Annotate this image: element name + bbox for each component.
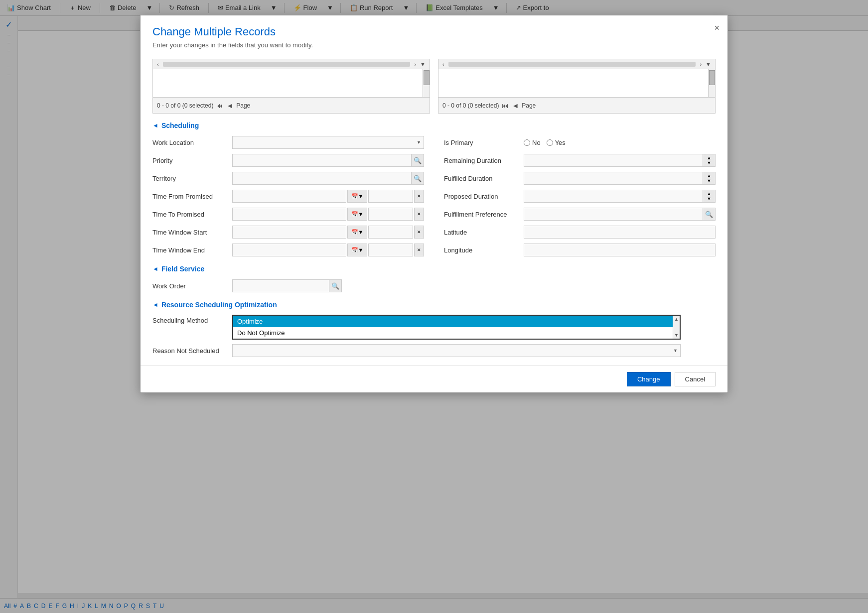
fulfillment-preference-input[interactable] bbox=[524, 208, 703, 221]
territory-input[interactable] bbox=[232, 172, 411, 185]
dropdown-scroll-down[interactable]: ▼ bbox=[674, 333, 679, 338]
scheduling-method-option-do-not-optimize[interactable]: Do Not Optimize bbox=[233, 327, 680, 339]
right-scroll-track[interactable] bbox=[448, 62, 696, 67]
reason-not-scheduled-select[interactable] bbox=[232, 344, 681, 357]
left-prev-page-btn[interactable]: ◄ bbox=[226, 102, 233, 110]
right-scroll-right[interactable]: › bbox=[698, 61, 704, 68]
modal-footer: Change Cancel bbox=[141, 366, 727, 392]
modal-close-button[interactable]: × bbox=[714, 23, 720, 32]
change-button[interactable]: Change bbox=[627, 372, 671, 386]
time-to-promised-label: Time To Promised bbox=[152, 211, 232, 218]
scheduling-method-dropdown-container: Optimize Do Not Optimize ▲ ▼ bbox=[232, 315, 716, 340]
time-window-start-calendar-btn[interactable]: 📅▼ bbox=[347, 226, 367, 239]
priority-label: Priority bbox=[152, 157, 232, 164]
time-from-promised-time-input[interactable] bbox=[368, 190, 413, 203]
priority-lookup-btn[interactable]: 🔍 bbox=[411, 154, 424, 167]
right-scroll-left[interactable]: ‹ bbox=[440, 61, 446, 68]
right-prev-page-btn[interactable]: ◄ bbox=[512, 102, 519, 110]
priority-input[interactable] bbox=[232, 154, 411, 167]
time-to-promised-control: 📅▼ ✕ bbox=[232, 208, 424, 221]
is-primary-no[interactable]: No bbox=[524, 139, 541, 146]
left-scroll-down[interactable]: ▼ bbox=[418, 61, 428, 68]
left-scrollbar-thumb[interactable] bbox=[424, 70, 430, 85]
resource-scheduling-collapse-arrow[interactable]: ◄ bbox=[152, 301, 158, 308]
work-order-input[interactable] bbox=[232, 279, 329, 292]
scheduling-method-option-optimize[interactable]: Optimize bbox=[233, 316, 680, 327]
is-primary-radio-group: No Yes bbox=[524, 139, 566, 146]
left-table-footer: 0 - 0 of 0 (0 selected) ⏮ ◄ Page bbox=[153, 97, 430, 113]
proposed-duration-input[interactable] bbox=[524, 190, 703, 203]
priority-control: 🔍 bbox=[232, 154, 424, 167]
latitude-input[interactable] bbox=[524, 226, 716, 239]
work-location-control bbox=[232, 136, 424, 149]
field-service-section-label: Field Service bbox=[161, 265, 204, 273]
proposed-duration-spinner[interactable]: ▲▼ bbox=[703, 190, 716, 203]
work-order-lookup-btn[interactable]: 🔍 bbox=[329, 279, 342, 292]
left-table-scroll: ‹ › ▼ bbox=[153, 59, 430, 69]
time-to-promised-time-input[interactable] bbox=[368, 208, 413, 221]
remaining-duration-input[interactable] bbox=[524, 154, 703, 167]
fulfilled-duration-spinner[interactable]: ▲▼ bbox=[703, 172, 716, 185]
is-primary-yes[interactable]: Yes bbox=[547, 139, 566, 146]
left-scroll-track[interactable] bbox=[163, 62, 411, 67]
remaining-duration-spinner[interactable]: ▲▼ bbox=[703, 154, 716, 167]
time-window-end-time-input[interactable] bbox=[368, 244, 413, 256]
time-window-end-row: Time Window End 📅▼ ✕ bbox=[152, 243, 424, 257]
time-window-start-date-input[interactable] bbox=[232, 226, 346, 239]
fulfillment-preference-control: 🔍 bbox=[524, 208, 716, 221]
remaining-duration-row: Remaining Duration ▲▼ bbox=[444, 153, 716, 167]
time-window-start-control: 📅▼ ✕ bbox=[232, 226, 424, 239]
dual-table-panes: ‹ › ▼ 0 - 0 of 0 (0 selected) ⏮ ◄ Page bbox=[152, 59, 716, 114]
left-scroll-right[interactable]: › bbox=[412, 61, 418, 68]
right-scroll-down[interactable]: ▼ bbox=[704, 61, 713, 68]
right-scrollbar-thumb[interactable] bbox=[709, 70, 715, 85]
time-to-promised-time-down[interactable]: ✕ bbox=[414, 208, 424, 221]
scheduling-method-row: Scheduling Method Optimize Do Not Optimi… bbox=[152, 315, 716, 340]
time-window-end-date-input[interactable] bbox=[232, 244, 346, 256]
time-from-promised-time-down[interactable]: ✕ bbox=[414, 190, 424, 203]
time-from-promised-control: 📅▼ ✕ bbox=[232, 190, 424, 203]
dropdown-scroll-up[interactable]: ▲ bbox=[674, 317, 679, 322]
left-table-scrollbar bbox=[423, 69, 430, 97]
longitude-input[interactable] bbox=[524, 244, 716, 256]
cancel-button[interactable]: Cancel bbox=[675, 372, 716, 386]
time-window-end-calendar-btn[interactable]: 📅▼ bbox=[347, 244, 367, 256]
work-location-row: Work Location bbox=[152, 135, 424, 149]
time-window-start-time-down[interactable]: ✕ bbox=[414, 226, 424, 239]
left-scroll-left[interactable]: ‹ bbox=[155, 61, 161, 68]
left-page-label: Page bbox=[236, 102, 250, 109]
time-from-promised-calendar-btn[interactable]: 📅▼ bbox=[347, 190, 367, 203]
time-to-promised-date-input[interactable] bbox=[232, 208, 346, 221]
is-primary-no-radio[interactable] bbox=[524, 139, 530, 146]
remaining-duration-control: ▲▼ bbox=[524, 154, 716, 167]
change-multiple-records-modal: Change Multiple Records Enter your chang… bbox=[140, 15, 728, 393]
territory-lookup-btn[interactable]: 🔍 bbox=[411, 172, 424, 185]
fulfilled-duration-control: ▲▼ bbox=[524, 172, 716, 185]
fulfilled-duration-label: Fulfilled Duration bbox=[444, 175, 524, 182]
time-window-end-control: 📅▼ ✕ bbox=[232, 244, 424, 256]
work-location-select[interactable] bbox=[232, 136, 424, 149]
scheduling-collapse-arrow[interactable]: ◄ bbox=[152, 122, 158, 129]
time-window-end-time-down[interactable]: ✕ bbox=[414, 244, 424, 256]
fulfillment-preference-row: Fulfillment Preference 🔍 bbox=[444, 207, 716, 221]
modal-subtitle: Enter your changes in the fields that yo… bbox=[152, 41, 716, 49]
reason-not-scheduled-select-wrap bbox=[232, 344, 681, 357]
left-first-page-btn[interactable]: ⏮ bbox=[216, 102, 223, 110]
remaining-duration-label: Remaining Duration bbox=[444, 157, 524, 164]
modal-content[interactable]: ‹ › ▼ 0 - 0 of 0 (0 selected) ⏮ ◄ Page bbox=[141, 55, 727, 366]
time-from-promised-row: Time From Promised 📅▼ ✕ bbox=[152, 189, 424, 203]
reason-not-scheduled-label: Reason Not Scheduled bbox=[152, 347, 232, 355]
fulfilled-duration-input[interactable] bbox=[524, 172, 703, 185]
is-primary-yes-radio[interactable] bbox=[547, 139, 553, 146]
time-window-start-time-input[interactable] bbox=[368, 226, 413, 239]
reason-not-scheduled-row: Reason Not Scheduled bbox=[152, 344, 716, 358]
field-service-collapse-arrow[interactable]: ◄ bbox=[152, 265, 158, 272]
scheduling-method-scrollbar: ▲ ▼ bbox=[673, 316, 680, 339]
time-to-promised-calendar-btn[interactable]: 📅▼ bbox=[347, 208, 367, 221]
time-window-start-row: Time Window Start 📅▼ ✕ bbox=[152, 225, 424, 239]
time-window-start-label: Time Window Start bbox=[152, 229, 232, 236]
right-first-page-btn[interactable]: ⏮ bbox=[502, 102, 509, 110]
fulfillment-preference-lookup-btn[interactable]: 🔍 bbox=[703, 208, 716, 221]
time-from-promised-date-input[interactable] bbox=[232, 190, 346, 203]
scheduling-section-header: ◄ Scheduling bbox=[152, 122, 716, 129]
